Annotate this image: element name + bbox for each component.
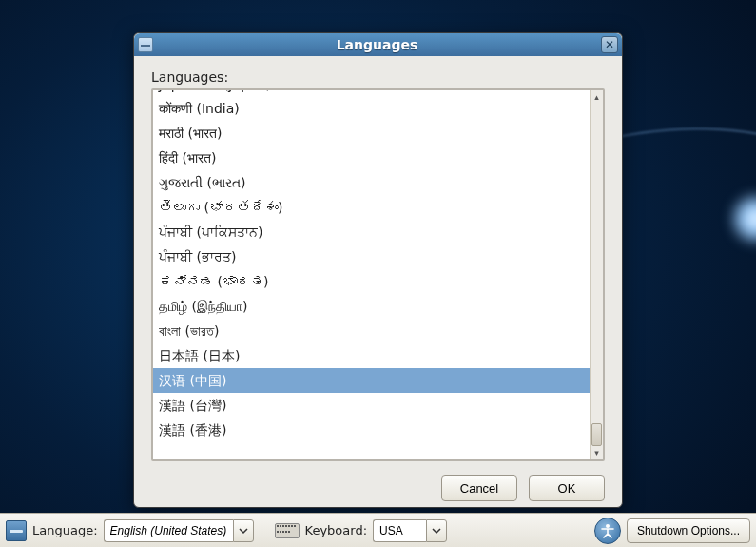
list-item[interactable]: मराठी (भारत)	[153, 121, 590, 146]
languages-dialog: Languages ✕ Languages: Japanese (Japan)क…	[133, 32, 623, 508]
svg-point-0	[606, 524, 610, 528]
dialog-content: Languages: Japanese (Japan)कोंकणी (India…	[134, 56, 622, 508]
scroll-track[interactable]	[591, 104, 603, 446]
language-input[interactable]	[104, 519, 233, 542]
scroll-up-icon[interactable]: ▴	[591, 90, 603, 104]
window-icon	[138, 37, 153, 52]
list-item[interactable]: ਪੰਜਾਬੀ (ਭਾਰਤ)	[153, 244, 590, 269]
flag-icon	[6, 520, 27, 541]
list-item[interactable]: 日本語 (日本)	[153, 343, 590, 368]
scroll-thumb[interactable]	[591, 423, 602, 446]
keyboard-label: Keyboard:	[305, 523, 368, 537]
list-item[interactable]: ಕನ್ನಡ (ಭಾರತ)	[153, 269, 590, 294]
keyboard-combo[interactable]	[373, 519, 447, 542]
list-item[interactable]: ਪੰਜਾਬੀ (ਪਾਕਿਸਤਾਨ)	[153, 220, 590, 244]
chevron-down-icon	[432, 526, 441, 536]
list-item[interactable]: 漢語 (香港)	[153, 418, 590, 442]
bottom-panel: Language: Keyboard: Shutdown Options...	[0, 513, 756, 547]
list-item[interactable]: తెలుగు (భారతదేశం)	[153, 195, 590, 220]
language-combo[interactable]	[104, 519, 254, 542]
keyboard-dropdown-button[interactable]	[426, 519, 447, 542]
ok-button[interactable]: OK	[529, 475, 605, 501]
cancel-button[interactable]: Cancel	[441, 475, 517, 501]
list-item[interactable]: कोंकणी (India)	[153, 96, 590, 121]
chevron-down-icon	[239, 526, 248, 536]
keyboard-input[interactable]	[373, 519, 426, 542]
list-item[interactable]: 漢語 (台灣)	[153, 393, 590, 418]
list-item[interactable]: বাংলা (ভারত)	[153, 319, 590, 343]
accessibility-icon[interactable]	[594, 518, 621, 544]
language-dropdown-button[interactable]	[233, 519, 254, 542]
window-title: Languages	[153, 37, 601, 52]
list-item[interactable]: 汉语 (中国)	[153, 368, 590, 393]
languages-listbox[interactable]: Japanese (Japan)कोंकणी (India)मराठी (भार…	[151, 88, 605, 461]
scrollbar[interactable]: ▴ ▾	[590, 90, 603, 459]
scroll-down-icon[interactable]: ▾	[591, 446, 603, 459]
list-item[interactable]: हिंदी (भारत)	[153, 146, 590, 170]
keyboard-icon	[275, 523, 300, 538]
languages-label: Languages:	[151, 69, 605, 85]
shutdown-options-button[interactable]: Shutdown Options...	[627, 518, 750, 543]
close-icon[interactable]: ✕	[601, 36, 618, 53]
list-item[interactable]: ગુજરાતી (ભારત)	[153, 170, 590, 195]
language-label: Language:	[32, 523, 98, 537]
titlebar[interactable]: Languages ✕	[134, 33, 622, 56]
list-item[interactable]: தமிழ் (இந்தியா)	[153, 294, 590, 319]
